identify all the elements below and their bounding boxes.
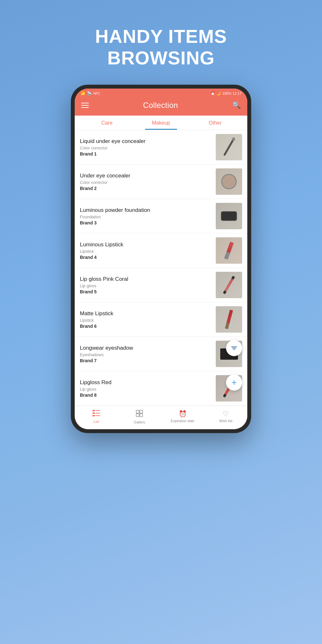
expiration-nav-label: Expiration date (171, 419, 194, 423)
list-item[interactable]: Longwear eyeshadow Eyeshadows Brand 7 (75, 337, 247, 371)
item-name: Liquid under eye concealer (80, 138, 213, 145)
item-category: Lip gloss (80, 283, 213, 288)
item-thumbnail (216, 306, 242, 333)
hamburger-button[interactable] (81, 103, 89, 108)
item-info: Matte Lipstick Lipstick Brand 6 (80, 310, 213, 329)
nav-item-list[interactable]: List (75, 409, 118, 425)
item-name: Lipgloss Red (80, 379, 213, 386)
wand-shape (223, 138, 234, 156)
item-info: Lip gloss Pink Coral Lip gloss Brand 5 (80, 276, 213, 294)
item-category: Lipstick (80, 249, 213, 254)
item-thumbnail (216, 272, 242, 298)
tab-makeup[interactable]: Makeup (134, 116, 188, 130)
wifi-icon: 📡 (87, 91, 92, 96)
list-item[interactable]: Matte Lipstick Lipstick Brand 6 (75, 302, 247, 337)
nav-item-gallery[interactable]: Gallery (118, 409, 161, 425)
lipstick-shape (224, 242, 234, 260)
list-item[interactable]: Under eye concealer Color corrector Bran… (75, 165, 247, 199)
wishlist-nav-icon: ♡ (223, 410, 229, 418)
app-title: Collection (143, 101, 178, 110)
svg-rect-10 (140, 410, 143, 413)
app-bar: Collection 🔍 (75, 97, 247, 116)
item-category: Lipstick (80, 318, 213, 323)
tab-other[interactable]: Other (188, 116, 242, 130)
time-label: 11:17 (232, 91, 242, 95)
svg-rect-9 (136, 410, 139, 413)
battery-label: 100% (222, 91, 231, 95)
phone-frame: 📶 📡 NFC ⏰ 🌙 100% 11:17 Collection 🔍 (71, 85, 251, 433)
item-brand: Brand 1 (80, 151, 213, 156)
product-illustration (216, 272, 242, 298)
expiration-nav-icon: ⏰ (179, 410, 187, 418)
status-right: ⏰ 🌙 100% 11:17 (211, 91, 242, 96)
item-brand: Brand 4 (80, 255, 213, 260)
list-item[interactable]: Liquid under eye concealer Color correct… (75, 130, 247, 165)
product-illustration (216, 168, 242, 195)
matte-shape (225, 310, 233, 329)
item-name: Luminous Lipstick (80, 242, 213, 248)
product-illustration (216, 134, 242, 160)
phone-screen: 📶 📡 NFC ⏰ 🌙 100% 11:17 Collection 🔍 (75, 89, 247, 429)
item-thumbnail (216, 237, 242, 264)
item-thumbnail (216, 134, 242, 160)
product-illustration (216, 203, 242, 229)
compact-shape (221, 174, 237, 189)
item-brand: Brand 2 (80, 186, 213, 191)
list-item[interactable]: Luminous powder foundation Foundation Br… (75, 199, 247, 233)
item-info: Lipgloss Red Lip gloss Brand 8 (80, 379, 213, 398)
list-item[interactable]: Lipgloss Red Lip gloss Brand 8 + (75, 371, 247, 406)
item-info: Under eye concealer Color corrector Bran… (80, 173, 213, 191)
item-brand: Brand 7 (80, 358, 213, 363)
list-item[interactable]: Luminous Lipstick Lipstick Brand 4 (75, 233, 247, 268)
svg-rect-4 (92, 412, 95, 414)
svg-rect-11 (136, 414, 139, 417)
item-name: Under eye concealer (80, 173, 213, 179)
list-nav-label: List (93, 420, 99, 423)
item-category: Color corrector (80, 146, 213, 150)
hamburger-line3 (81, 107, 89, 108)
status-left: 📶 📡 NFC (80, 91, 100, 96)
item-name: Luminous powder foundation (80, 207, 213, 213)
nav-item-wishlist[interactable]: ♡ Wish list (204, 409, 247, 425)
item-list: Liquid under eye concealer Color correct… (75, 130, 247, 406)
item-thumbnail (216, 203, 242, 229)
product-illustration (216, 237, 242, 264)
item-info: Luminous Lipstick Lipstick Brand 4 (80, 242, 213, 260)
item-category: Foundation (80, 214, 213, 219)
svg-rect-3 (92, 410, 95, 411)
nav-item-expiration[interactable]: ⏰ Expiration date (161, 409, 204, 425)
item-brand: Brand 3 (80, 220, 213, 225)
item-info: Longwear eyeshadow Eyeshadows Brand 7 (80, 345, 213, 363)
item-category: Eyeshadows (80, 352, 213, 357)
status-bar: 📶 📡 NFC ⏰ 🌙 100% 11:17 (75, 89, 247, 97)
alarm-icon: ⏰ (211, 91, 215, 96)
hamburger-line1 (81, 103, 89, 103)
list-item[interactable]: Lip gloss Pink Coral Lip gloss Brand 5 (75, 268, 247, 302)
signal-icon: 📶 (80, 91, 85, 96)
nfc-icon: NFC (93, 92, 100, 95)
list-nav-icon (92, 410, 100, 418)
item-brand: Brand 5 (80, 289, 213, 294)
item-category: Color corrector (80, 180, 213, 185)
svg-rect-8 (96, 415, 100, 416)
product-illustration (216, 306, 242, 333)
item-info: Liquid under eye concealer Color correct… (80, 138, 213, 156)
item-thumbnail (216, 168, 242, 195)
item-name: Longwear eyeshadow (80, 345, 213, 351)
item-info: Luminous powder foundation Foundation Br… (80, 207, 213, 225)
moon-icon: 🌙 (216, 91, 221, 96)
item-name: Lip gloss Pink Coral (80, 276, 213, 282)
item-category: Lip gloss (80, 387, 213, 392)
search-button[interactable]: 🔍 (232, 101, 241, 109)
hero-title: HANDY ITEMS BROWSING (95, 26, 227, 69)
item-brand: Brand 6 (80, 324, 213, 329)
bottom-navigation: List Gallery ⏰ Expiration date ♡ (75, 406, 247, 429)
svg-rect-12 (140, 414, 143, 417)
tab-bar: Care Makeup Other (75, 116, 247, 130)
powder-shape (221, 211, 237, 221)
svg-rect-5 (92, 415, 95, 416)
gloss-shape (223, 276, 235, 295)
item-name: Matte Lipstick (80, 310, 213, 317)
tab-care[interactable]: Care (80, 116, 134, 130)
wishlist-nav-label: Wish list (219, 419, 232, 423)
